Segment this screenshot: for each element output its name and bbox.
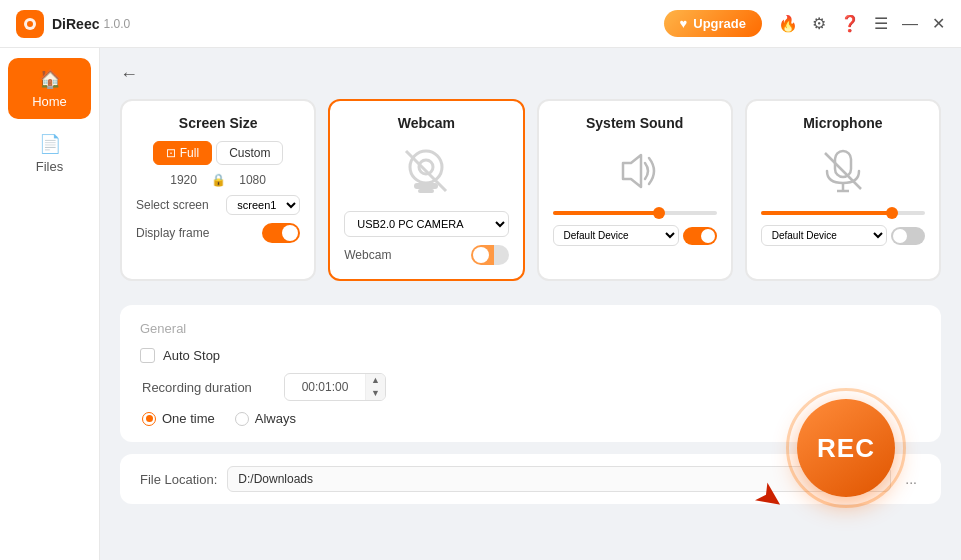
auto-stop-checkbox[interactable]: [140, 348, 155, 363]
display-frame-toggle[interactable]: [262, 223, 300, 243]
flame-icon[interactable]: 🔥: [778, 14, 798, 33]
mic-thumb: [886, 207, 898, 219]
upgrade-heart-icon: ♥: [680, 16, 688, 31]
radio-always[interactable]: Always: [235, 411, 296, 426]
width-input[interactable]: [163, 173, 205, 187]
full-screen-icon: ⊡: [166, 146, 176, 160]
radio-always-label: Always: [255, 411, 296, 426]
upgrade-button[interactable]: ♥ Upgrade: [664, 10, 762, 37]
radio-always-circle: [235, 412, 249, 426]
screen-size-title: Screen Size: [136, 115, 300, 131]
webcam-card: Webcam USB2.0 PC CAMERA: [328, 99, 524, 281]
full-label: Full: [180, 146, 199, 160]
duration-up-button[interactable]: ▲: [366, 374, 385, 387]
app-logo: [16, 10, 44, 38]
close-icon[interactable]: ✕: [932, 14, 945, 33]
gear-icon[interactable]: ⚙: [812, 14, 826, 33]
radio-one-time-label: One time: [162, 411, 215, 426]
height-input[interactable]: [232, 173, 274, 187]
system-sound-toggle-knob: [701, 229, 715, 243]
auto-stop-row: Auto Stop: [140, 348, 921, 363]
system-sound-track[interactable]: [553, 211, 717, 215]
rec-wrapper: REC ➤: [786, 388, 906, 508]
mic-track[interactable]: [761, 211, 925, 215]
webcam-toggle-row: Webcam: [344, 245, 508, 265]
webcam-icon: [396, 141, 456, 201]
system-sound-toggle[interactable]: [683, 227, 717, 245]
radio-one-time[interactable]: One time: [142, 411, 215, 426]
custom-label: Custom: [229, 146, 270, 160]
rec-label: REC: [817, 433, 875, 464]
mic-slider-wrap: [761, 211, 925, 215]
svg-marker-7: [623, 155, 641, 187]
screen-size-card: Screen Size ⊡ Full Custom 🔒: [120, 99, 316, 281]
sound-icon-area: [553, 141, 717, 201]
mic-toggle-knob: [893, 229, 907, 243]
system-sound-device-row: Default Device: [553, 225, 717, 246]
custom-button[interactable]: Custom: [216, 141, 283, 165]
rec-button[interactable]: REC: [797, 399, 895, 497]
svg-rect-6: [418, 189, 434, 193]
duration-spin: ▲ ▼: [365, 374, 385, 400]
app-name: DiReec: [52, 16, 99, 32]
system-sound-card: System Sound: [537, 99, 733, 281]
upgrade-label: Upgrade: [693, 16, 746, 31]
webcam-toggle-knob: [473, 247, 489, 263]
webcam-toggle[interactable]: [471, 245, 509, 265]
general-section-title: General: [140, 321, 921, 336]
radio-one-time-dot: [146, 415, 153, 422]
webcam-icon-area: [344, 141, 508, 201]
webcam-device-select[interactable]: USB2.0 PC CAMERA: [344, 211, 508, 237]
titlebar: DiReec 1.0.0 ♥ Upgrade 🔥 ⚙ ❓ ☰ — ✕: [0, 0, 961, 48]
system-sound-device-select[interactable]: Default Device: [553, 225, 679, 246]
auto-stop-label: Auto Stop: [163, 348, 220, 363]
titlebar-controls: 🔥 ⚙ ❓ ☰ — ✕: [778, 14, 945, 33]
sidebar: 🏠 Home 📄 Files: [0, 48, 100, 560]
toggle-knob: [282, 225, 298, 241]
system-sound-fill: [553, 211, 660, 215]
lock-icon: 🔒: [211, 173, 226, 187]
mic-toggle[interactable]: [891, 227, 925, 245]
size-buttons: ⊡ Full Custom: [136, 141, 300, 165]
display-frame-label: Display frame: [136, 226, 209, 240]
sound-icon: [607, 143, 663, 199]
svg-point-2: [410, 151, 442, 183]
duration-input-wrap: ▲ ▼: [284, 373, 386, 401]
resolution-row: 🔒: [136, 173, 300, 187]
help-icon[interactable]: ❓: [840, 14, 860, 33]
svg-point-1: [27, 21, 33, 27]
menu-icon[interactable]: ☰: [874, 14, 888, 33]
app-version: 1.0.0: [103, 17, 130, 31]
files-icon: 📄: [39, 133, 61, 155]
system-sound-thumb: [653, 207, 665, 219]
full-button[interactable]: ⊡ Full: [153, 141, 212, 165]
screen-select-row: Select screen screen1: [136, 195, 300, 215]
back-arrow[interactable]: ←: [120, 64, 138, 85]
home-icon: 🏠: [39, 68, 61, 90]
duration-label: Recording duration: [142, 380, 272, 395]
display-frame-row: Display frame: [136, 223, 300, 243]
duration-input[interactable]: [285, 376, 365, 398]
svg-rect-5: [414, 183, 438, 189]
select-screen-label: Select screen: [136, 198, 209, 212]
mic-icon: [815, 143, 871, 199]
mic-device-row: Default Device: [761, 225, 925, 246]
sidebar-files-label: Files: [36, 159, 63, 174]
mic-device-select[interactable]: Default Device: [761, 225, 887, 246]
minimize-icon[interactable]: —: [902, 15, 918, 33]
mic-fill: [761, 211, 892, 215]
sidebar-home-label: Home: [32, 94, 67, 109]
system-sound-title: System Sound: [553, 115, 717, 131]
microphone-card: Microphone: [745, 99, 941, 281]
microphone-title: Microphone: [761, 115, 925, 131]
cards-row: Screen Size ⊡ Full Custom 🔒: [120, 99, 941, 281]
mic-icon-area: [761, 141, 925, 201]
sidebar-item-home[interactable]: 🏠 Home: [8, 58, 91, 119]
screen-select[interactable]: screen1: [226, 195, 300, 215]
webcam-toggle-label: Webcam: [344, 248, 391, 262]
duration-down-button[interactable]: ▼: [366, 387, 385, 400]
system-sound-slider-wrap: [553, 211, 717, 215]
sidebar-item-files[interactable]: 📄 Files: [8, 123, 91, 184]
webcam-title: Webcam: [344, 115, 508, 131]
rec-area: REC ➤: [786, 388, 906, 508]
